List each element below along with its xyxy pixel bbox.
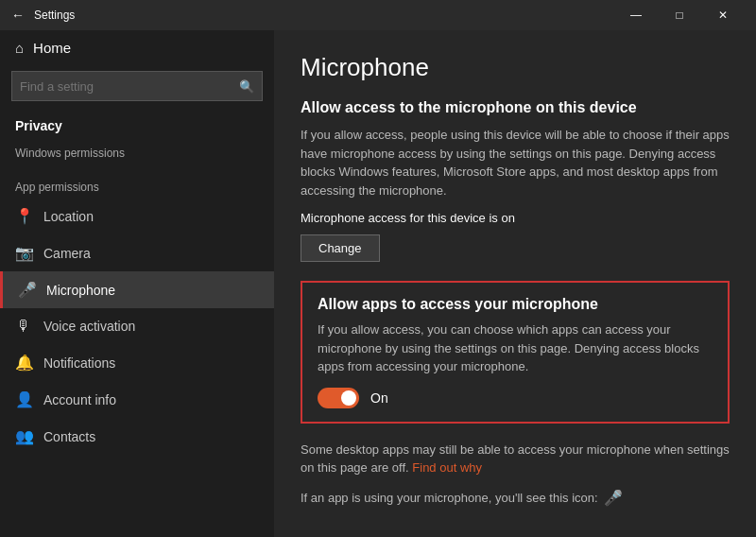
notifications-icon: 🔔 bbox=[15, 354, 32, 372]
device-access-heading: Allow access to the microphone on this d… bbox=[301, 99, 730, 116]
content-area: Microphone Allow access to the microphon… bbox=[274, 30, 756, 537]
microphone-icon: 🎤 bbox=[18, 281, 35, 299]
sidebar-item-account-info[interactable]: 👤 Account info bbox=[0, 381, 274, 418]
toggle-label: On bbox=[370, 390, 388, 406]
search-input[interactable] bbox=[20, 79, 233, 94]
note-text: Some desktop apps may still be able to a… bbox=[301, 441, 730, 477]
maximize-button[interactable]: □ bbox=[658, 0, 701, 30]
find-out-why-link[interactable]: Find out why bbox=[412, 460, 482, 475]
sidebar-item-notifications[interactable]: 🔔 Notifications bbox=[0, 344, 274, 381]
privacy-section-title: Privacy bbox=[0, 113, 274, 137]
home-label: Home bbox=[33, 40, 71, 56]
location-label: Location bbox=[43, 209, 94, 224]
sidebar-item-microphone[interactable]: 🎤 Microphone bbox=[0, 271, 274, 308]
icon-note: If an app is using your microphone, you'… bbox=[301, 489, 730, 507]
contacts-icon: 👥 bbox=[15, 427, 32, 445]
microphone-label: Microphone bbox=[46, 283, 115, 298]
page-title: Microphone bbox=[301, 53, 730, 82]
apps-access-description: If you allow access, you can choose whic… bbox=[318, 320, 713, 376]
voice-activation-icon: 🎙 bbox=[15, 318, 32, 335]
home-icon: ⌂ bbox=[15, 40, 24, 56]
main-layout: ⌂ Home 🔍 Privacy Windows permissions App… bbox=[0, 30, 756, 537]
title-bar-title: Settings bbox=[34, 9, 614, 22]
search-icon: 🔍 bbox=[239, 79, 254, 94]
back-button[interactable]: ← bbox=[11, 8, 25, 23]
account-info-icon: 👤 bbox=[15, 390, 32, 408]
location-icon: 📍 bbox=[15, 207, 32, 225]
toggle-row: On bbox=[318, 388, 713, 408]
sidebar-item-camera[interactable]: 📷 Camera bbox=[0, 234, 274, 271]
home-link[interactable]: ⌂ Home bbox=[0, 30, 274, 65]
notifications-label: Notifications bbox=[43, 355, 115, 371]
toggle-track bbox=[318, 388, 359, 408]
device-access-description: If you allow access, people using this d… bbox=[301, 126, 730, 199]
camera-label: Camera bbox=[43, 246, 91, 261]
windows-permissions-label: Windows permissions bbox=[0, 137, 274, 164]
close-button[interactable]: ✕ bbox=[701, 0, 745, 30]
sidebar-item-location[interactable]: 📍 Location bbox=[0, 198, 274, 234]
change-button[interactable]: Change bbox=[301, 234, 380, 262]
device-status-text: Microphone access for this device is on bbox=[301, 211, 730, 225]
toggle-thumb bbox=[341, 390, 356, 406]
window-controls: — □ ✕ bbox=[614, 0, 745, 30]
apps-access-heading: Allow apps to access your microphone bbox=[318, 296, 713, 313]
apps-access-section: Allow apps to access your microphone If … bbox=[301, 281, 730, 424]
title-bar: ← Settings — □ ✕ bbox=[0, 0, 756, 30]
account-info-label: Account info bbox=[43, 392, 116, 407]
contacts-label: Contacts bbox=[43, 429, 95, 444]
sidebar: ⌂ Home 🔍 Privacy Windows permissions App… bbox=[0, 30, 274, 537]
microphone-toggle[interactable] bbox=[318, 388, 359, 408]
search-box[interactable]: 🔍 bbox=[11, 71, 263, 101]
mic-status-icon: 🎤 bbox=[604, 489, 623, 507]
voice-activation-label: Voice activation bbox=[43, 319, 135, 334]
app-permissions-label: App permissions bbox=[0, 171, 274, 198]
minimize-button[interactable]: — bbox=[614, 0, 658, 30]
sidebar-item-voice-activation[interactable]: 🎙 Voice activation bbox=[0, 308, 274, 344]
camera-icon: 📷 bbox=[15, 244, 32, 262]
sidebar-item-contacts[interactable]: 👥 Contacts bbox=[0, 418, 274, 455]
